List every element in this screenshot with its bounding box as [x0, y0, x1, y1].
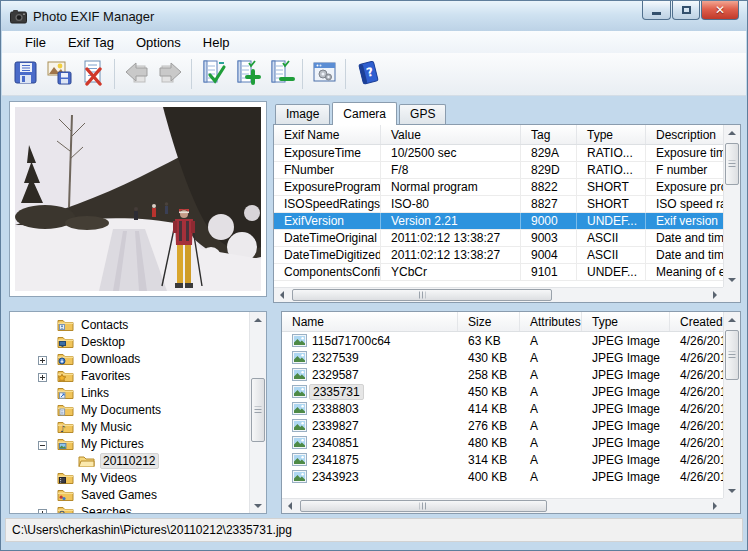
table-row[interactable]: 2343923400 KBAJPEG Image4/26/2011 12: — [282, 468, 740, 485]
table-row[interactable]: 2341875314 KBAJPEG Image4/26/2011 12: — [282, 451, 740, 468]
menu-options[interactable]: Options — [125, 32, 192, 53]
expand-minus-icon[interactable] — [38, 439, 47, 448]
cell: 2329587 — [282, 366, 458, 383]
column-header-attributes[interactable]: Attributes — [520, 312, 582, 331]
column-header-value[interactable]: Value — [381, 125, 521, 144]
scroll-up-arrow[interactable] — [724, 125, 740, 140]
table-row[interactable]: 2327539430 KBAJPEG Image4/26/2011 12: — [282, 349, 740, 366]
validate-tags-button[interactable] — [196, 56, 230, 92]
scrollbar-thumb[interactable] — [725, 330, 739, 380]
remove-tag-button[interactable] — [264, 56, 298, 92]
scroll-up-arrow[interactable] — [250, 312, 266, 327]
close-button[interactable]: ✕ — [701, 1, 739, 20]
tree-item-label: Searches — [79, 505, 134, 515]
vertical-scrollbar[interactable] — [723, 312, 740, 498]
image-file-icon — [292, 470, 307, 483]
add-tag-button[interactable] — [230, 56, 264, 92]
menu-exif-tag[interactable]: Exif Tag — [57, 32, 125, 53]
tree-item-downloads[interactable]: Downloads — [10, 350, 266, 367]
scroll-up-arrow[interactable] — [724, 312, 740, 327]
table-header: Exif NameValueTagTypeDescription — [274, 125, 740, 145]
save-button[interactable] — [8, 56, 42, 92]
table-row[interactable]: DateTimeDigitized2011:02:12 13:38:279004… — [274, 247, 740, 264]
scroll-down-arrow[interactable] — [250, 498, 266, 513]
column-header-name[interactable]: Name — [282, 312, 458, 331]
folder-music-icon: ♪ — [57, 420, 74, 434]
tree-item-my-videos[interactable]: My Videos — [10, 469, 266, 486]
table-row[interactable]: ExposureTime10/2500 sec829ARATIO...Expos… — [274, 145, 740, 162]
table-row[interactable]: FNumberF/8829DRATIO...F number — [274, 162, 740, 179]
scrollbar-thumb[interactable] — [251, 378, 265, 442]
scroll-left-arrow[interactable] — [282, 499, 298, 513]
scrollbar-thumb[interactable] — [725, 143, 739, 185]
tree-item-my-pictures[interactable]: My Pictures — [10, 435, 266, 452]
table-row[interactable]: DateTimeOriginal2011:02:12 13:38:279003A… — [274, 230, 740, 247]
cell: SHORT — [577, 179, 646, 195]
column-header-size[interactable]: Size — [458, 312, 520, 331]
minimize-button[interactable] — [642, 1, 671, 20]
delete-exif-list-button[interactable] — [76, 56, 110, 92]
table-row[interactable]: 2335731450 KBAJPEG Image4/26/2011 12: — [282, 383, 740, 400]
scroll-right-arrow[interactable] — [707, 288, 723, 302]
cell: JPEG Image — [582, 400, 670, 417]
tree-item-favorites[interactable]: Favorites — [10, 367, 266, 384]
scroll-left-arrow[interactable] — [274, 288, 290, 302]
horizontal-scrollbar[interactable] — [274, 287, 723, 302]
maximize-button[interactable] — [672, 1, 700, 20]
table-row[interactable]: ExifVersionVersion 2.219000UNDEF...Exif … — [274, 213, 740, 230]
tree-item-desktop[interactable]: Desktop — [10, 333, 266, 350]
cell-text: 258 KB — [468, 368, 507, 382]
help-button[interactable]: ? — [350, 56, 384, 92]
exif-panel: ImageCameraGPS Exif NameValueTagTypeDesc… — [273, 101, 741, 303]
table-row[interactable]: 2340851480 KBAJPEG Image4/26/2011 12: — [282, 434, 740, 451]
expand-plus-icon[interactable] — [38, 371, 47, 380]
vertical-scrollbar[interactable] — [723, 125, 740, 287]
table-row[interactable]: 115d71700c6463 KBAJPEG Image4/26/2011 12… — [282, 332, 740, 349]
scroll-right-arrow[interactable] — [707, 499, 723, 513]
table-row[interactable]: ComponentsConfig...YCbCr9101UNDEF...Mean… — [274, 264, 740, 281]
scrollbar-thumb[interactable] — [300, 500, 547, 512]
expand-plus-icon[interactable] — [38, 354, 47, 363]
column-header-type[interactable]: Type — [582, 312, 670, 331]
tree-item-saved-games[interactable]: Saved Games — [10, 486, 266, 503]
cell: JPEG Image — [582, 468, 670, 485]
column-header-type[interactable]: Type — [577, 125, 646, 144]
scroll-down-arrow[interactable] — [724, 483, 740, 498]
scroll-down-arrow[interactable] — [724, 272, 740, 287]
column-header-tag[interactable]: Tag — [521, 125, 577, 144]
save-image-button[interactable] — [42, 56, 76, 92]
tab-gps[interactable]: GPS — [399, 104, 446, 124]
table-row[interactable]: ExposureProgramNormal program8822SHORTEx… — [274, 179, 740, 196]
tab-image[interactable]: Image — [275, 104, 330, 124]
tree-item-searches[interactable]: Searches — [10, 503, 266, 514]
tree-item-20110212[interactable]: 20110212 — [10, 452, 266, 469]
cell: 2335731 — [282, 383, 458, 400]
cell-text: 9000 — [531, 214, 558, 228]
cell: ExifVersion — [274, 213, 381, 229]
expand-plus-icon[interactable] — [38, 507, 47, 514]
options-button[interactable] — [307, 56, 341, 92]
cell: 450 KB — [458, 383, 520, 400]
tree-vertical-scrollbar[interactable] — [249, 312, 266, 513]
menu-help[interactable]: Help — [192, 32, 241, 53]
next-image-button[interactable] — [153, 56, 187, 92]
app-window: Photo EXIF Manager ✕ File Exif Tag Optio… — [0, 0, 748, 551]
menu-file[interactable]: File — [14, 32, 57, 53]
table-row[interactable]: 2339827276 KBAJPEG Image4/26/2011 12: — [282, 417, 740, 434]
tree-item-contacts[interactable]: Contacts — [10, 316, 266, 333]
prev-image-button[interactable] — [119, 56, 153, 92]
cell: 829A — [521, 145, 577, 161]
tree-item-links[interactable]: Links — [10, 384, 266, 401]
scrollbar-thumb[interactable] — [292, 289, 552, 301]
cell-text: A — [530, 351, 538, 365]
table-row[interactable]: ISOSpeedRatingsISO-808827SHORTISO speed … — [274, 196, 740, 213]
table-row[interactable]: 2329587258 KBAJPEG Image4/26/2011 12: — [282, 366, 740, 383]
table-row[interactable]: 2338803414 KBAJPEG Image4/26/2011 12: — [282, 400, 740, 417]
tree-item-my-music[interactable]: ♪My Music — [10, 418, 266, 435]
column-header-exif-name[interactable]: Exif Name — [274, 125, 381, 144]
tree-item-my-documents[interactable]: My Documents — [10, 401, 266, 418]
menu-bar: File Exif Tag Options Help — [2, 31, 746, 53]
horizontal-scrollbar[interactable] — [282, 498, 723, 513]
cell-text: JPEG Image — [592, 419, 660, 433]
tab-camera[interactable]: Camera — [332, 102, 397, 125]
